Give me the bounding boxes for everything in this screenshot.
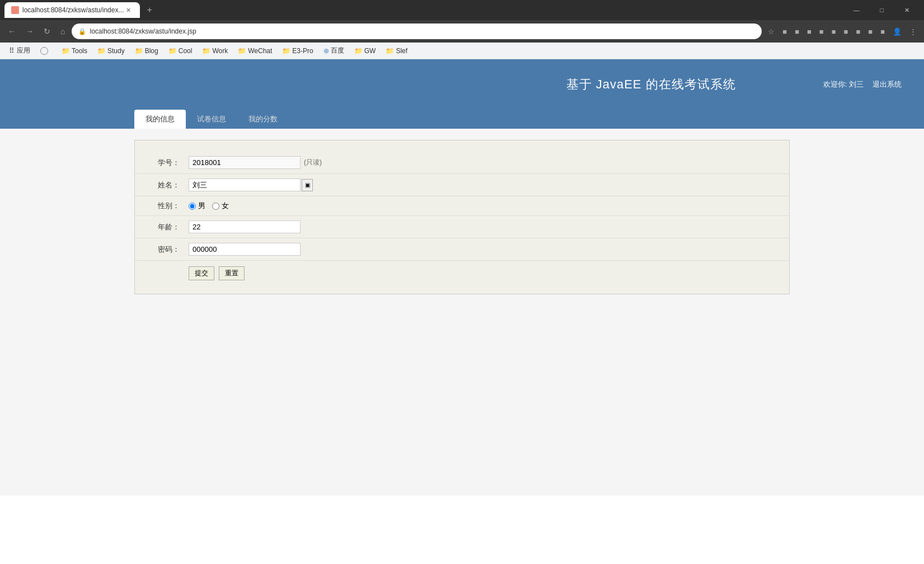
gender-female-label: 女 [222, 201, 229, 211]
bookmark-study[interactable]: 📁 Study [93, 46, 129, 56]
reset-button[interactable]: 重置 [219, 266, 245, 280]
bookmark-star-icon[interactable]: ☆ [765, 26, 777, 37]
tab-close-button[interactable]: ✕ [124, 6, 133, 15]
bookmark-baidu[interactable]: ⊕ 百度 [319, 45, 349, 57]
bookmark-slef[interactable]: 📁 Slef [381, 46, 412, 56]
readonly-note: (只读) [304, 158, 322, 167]
bookmark-cool[interactable]: 📁 Cool [164, 46, 197, 56]
browser-navbar: ← → ↻ ⌂ 🔒 ☆ ■ ■ ■ ■ ■ ■ ■ ■ ■ 👤 ⋮ [0, 20, 924, 43]
gender-male-option[interactable]: 男 [189, 201, 205, 211]
bookmark-wechat-label: WeChat [248, 47, 272, 55]
extension-icon-4[interactable]: ■ [817, 26, 827, 37]
lock-icon: 🔒 [78, 28, 86, 35]
site-header: 基于 JavaEE 的在线考试系统 欢迎你: 刘三 退出系统 [0, 59, 924, 110]
browser-tab[interactable]: localhost:8084/zxksw/astu/index... ✕ [4, 2, 140, 18]
address-bar-container[interactable]: 🔒 [72, 24, 762, 39]
forward-button[interactable]: → [22, 25, 37, 38]
new-tab-button[interactable]: + [142, 3, 156, 17]
bookmark-apps-label: 应用 [17, 46, 30, 55]
student-id-input[interactable] [189, 156, 301, 169]
bookmark-blog-label: Blog [145, 47, 158, 55]
tab-myscores[interactable]: 我的分数 [237, 110, 289, 129]
form-buttons: 提交 重置 [135, 261, 789, 283]
gender-female-option[interactable]: 女 [212, 201, 229, 211]
form-container: 学号： (只读) 姓名： ▣ 性别： 男 [134, 140, 790, 294]
name-label: 姓名： [146, 180, 180, 190]
bookmark-gw-label: GW [364, 47, 376, 55]
window-close-button[interactable]: ✕ [894, 2, 920, 18]
gender-radio-group: 男 女 [189, 201, 229, 211]
extension-icon-8[interactable]: ■ [865, 26, 875, 37]
tab-examinfo[interactable]: 试卷信息 [186, 110, 237, 129]
student-id-row: 学号： (只读) [135, 152, 789, 174]
extension-icon-1[interactable]: ■ [780, 26, 790, 37]
welcome-text: 欢迎你: 刘三 [823, 79, 864, 90]
globe-icon [40, 47, 48, 55]
more-menu-icon[interactable]: ⋮ [907, 26, 920, 37]
site-tabs: 我的信息 试卷信息 我的分数 [0, 110, 924, 129]
gender-male-label: 男 [198, 201, 205, 211]
name-input-button[interactable]: ▣ [302, 179, 313, 191]
window-maximize-button[interactable]: □ [869, 2, 894, 18]
name-input[interactable] [189, 178, 301, 191]
bookmark-tools[interactable]: 📁 Tools [57, 46, 92, 56]
student-id-label: 学号： [146, 158, 180, 168]
gender-female-radio[interactable] [212, 203, 219, 210]
site-title: 基于 JavaEE 的在线考试系统 [479, 76, 823, 93]
password-label: 密码： [146, 245, 180, 255]
window-minimize-button[interactable]: — [844, 2, 869, 18]
extension-icon-7[interactable]: ■ [853, 26, 863, 37]
nav-icons: ☆ ■ ■ ■ ■ ■ ■ ■ ■ ■ 👤 ⋮ [765, 26, 920, 37]
name-input-wrapper: ▣ [189, 178, 313, 191]
tab-myinfo[interactable]: 我的信息 [134, 110, 186, 129]
bookmark-work-label: Work [212, 47, 228, 55]
password-row: 密码： [135, 238, 789, 261]
submit-button[interactable]: 提交 [189, 266, 214, 280]
age-label: 年龄： [146, 222, 180, 232]
extension-icon-3[interactable]: ■ [804, 26, 814, 37]
gender-row: 性别： 男 女 [135, 196, 789, 216]
extension-icon-6[interactable]: ■ [841, 26, 851, 37]
home-button[interactable]: ⌂ [57, 25, 68, 38]
extension-icon-9[interactable]: ■ [878, 26, 888, 37]
logout-button[interactable]: 退出系统 [873, 79, 902, 90]
tab-favicon [11, 6, 19, 14]
gender-label: 性别： [146, 201, 180, 211]
tab-title: localhost:8084/zxksw/astu/index... [22, 6, 124, 14]
bookmark-cool-label: Cool [179, 47, 193, 55]
content-area: 学号： (只读) 姓名： ▣ 性别： 男 [0, 129, 924, 306]
bookmarks-bar: ⠿ 应用 📁 Tools 📁 Study 📁 Blog 📁 Cool 📁 Wor… [0, 43, 924, 59]
back-button[interactable]: ← [4, 25, 19, 38]
bookmark-baidu-label: 百度 [331, 46, 344, 55]
bookmark-wechat[interactable]: 📁 WeChat [233, 46, 276, 56]
profile-icon[interactable]: 👤 [890, 26, 904, 37]
extension-icon-2[interactable]: ■ [792, 26, 802, 37]
password-input[interactable] [189, 243, 301, 256]
age-input[interactable] [189, 220, 301, 233]
extension-icon-5[interactable]: ■ [829, 26, 839, 37]
bookmark-apps[interactable]: ⠿ 应用 [4, 45, 35, 57]
name-row: 姓名： ▣ [135, 174, 789, 196]
bookmark-slef-label: Slef [396, 47, 407, 55]
bookmark-study-label: Study [107, 47, 125, 55]
address-input[interactable] [90, 27, 755, 35]
bookmark-tools-label: Tools [72, 47, 87, 55]
age-row: 年龄： [135, 216, 789, 238]
page-content: 基于 JavaEE 的在线考试系统 欢迎你: 刘三 退出系统 我的信息 试卷信息… [0, 59, 924, 496]
refresh-button[interactable]: ↻ [40, 25, 54, 38]
bookmark-globe[interactable] [36, 46, 56, 56]
bookmark-e3pro[interactable]: 📁 E3-Pro [278, 46, 317, 56]
gender-male-radio[interactable] [189, 203, 196, 210]
bookmark-blog[interactable]: 📁 Blog [130, 46, 163, 56]
bookmark-work[interactable]: 📁 Work [198, 46, 232, 56]
header-user-area: 欢迎你: 刘三 退出系统 [823, 79, 902, 90]
bookmark-e3pro-label: E3-Pro [292, 47, 313, 55]
bookmark-gw[interactable]: 📁 GW [350, 46, 381, 56]
